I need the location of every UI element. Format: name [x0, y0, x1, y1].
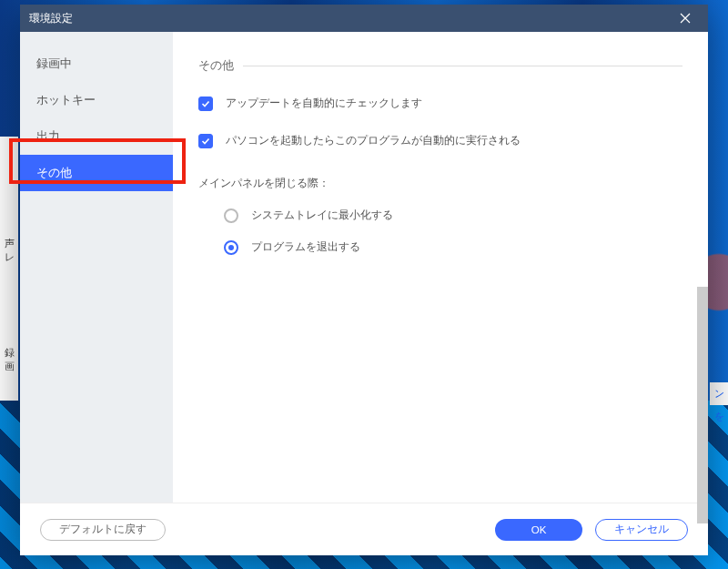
- sidebar-item-other[interactable]: その他: [20, 155, 173, 191]
- checkbox-launch-on-boot[interactable]: [198, 134, 213, 148]
- bg-left-fragment: 声レ 録画: [0, 137, 18, 401]
- checkbox-label: アップデートを自動的にチェックします: [226, 96, 422, 111]
- close-behavior-heading: メインパネルを閉じる際：: [198, 176, 682, 191]
- settings-dialog: 環境設定 録画中 ホットキー 出力 その他 その他 アップデートを自動的にチェッ…: [20, 5, 708, 555]
- sidebar-item-hotkey[interactable]: ホットキー: [20, 82, 173, 118]
- bg-right-fragment: ンを: [710, 382, 728, 405]
- close-button[interactable]: [672, 5, 699, 32]
- button-label: キャンセル: [614, 523, 669, 536]
- settings-panel-other: その他 アップデートを自動的にチェックします パソコンを起動したらこのプログラム…: [173, 32, 708, 503]
- sidebar-item-output[interactable]: 出力: [20, 118, 173, 155]
- button-label: デフォルトに戻す: [59, 523, 147, 536]
- dialog-title: 環境設定: [29, 11, 73, 26]
- scrollbar[interactable]: [697, 287, 708, 523]
- radio-label: システムトレイに最小化する: [251, 208, 393, 223]
- checkbox-label: パソコンを起動したらこのプログラムが自動的に実行される: [226, 133, 521, 148]
- sidebar-item-label: 録画中: [36, 56, 72, 72]
- bg-text: 声レ: [0, 237, 18, 264]
- radio-minimize-to-tray[interactable]: [224, 208, 238, 223]
- checkbox-auto-update[interactable]: [198, 97, 213, 111]
- dialog-footer: デフォルトに戻す OK キャンセル: [20, 503, 708, 555]
- sidebar-item-recording[interactable]: 録画中: [20, 46, 173, 82]
- cancel-button[interactable]: キャンセル: [595, 519, 688, 541]
- sidebar-item-label: 出力: [36, 129, 60, 145]
- section-heading: その他: [198, 57, 234, 74]
- check-icon: [201, 137, 210, 146]
- reset-defaults-button[interactable]: デフォルトに戻す: [40, 519, 166, 541]
- ok-button[interactable]: OK: [495, 519, 582, 541]
- radio-exit-program[interactable]: [224, 240, 238, 255]
- radio-label: プログラムを退出する: [251, 239, 360, 255]
- check-icon: [201, 99, 210, 108]
- sidebar-item-label: ホットキー: [36, 93, 96, 108]
- divider: [243, 66, 682, 66]
- bg-text: 録画: [0, 346, 18, 373]
- sidebar-item-label: その他: [36, 166, 72, 181]
- button-label: OK: [531, 524, 547, 535]
- sidebar: 録画中 ホットキー 出力 その他: [20, 32, 173, 503]
- titlebar: 環境設定: [20, 5, 708, 32]
- close-icon: [680, 13, 691, 24]
